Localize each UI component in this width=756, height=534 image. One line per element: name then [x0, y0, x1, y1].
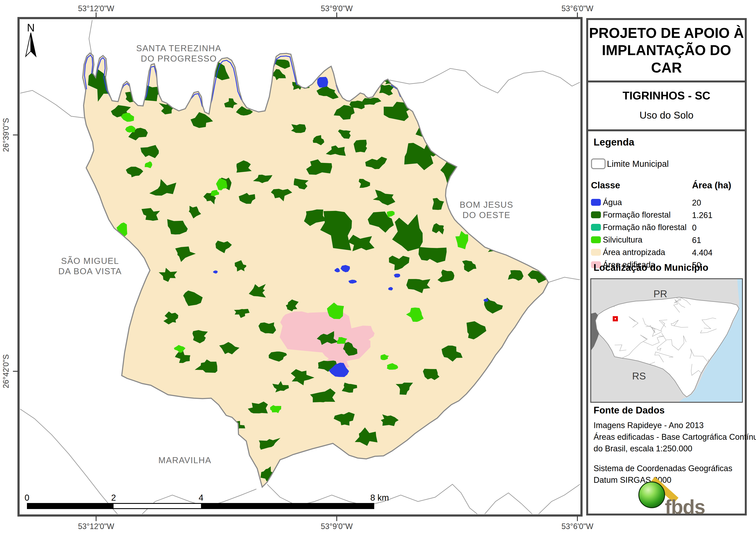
location-inset-map: PR RS: [590, 278, 743, 403]
source-line-2: Áreas edificadas - Base Cartográfica Con…: [594, 432, 756, 442]
antropizada-area: 4.404: [692, 248, 713, 257]
info-panel: PROJETO DE APOIO À IMPLANTAÇÃO DO CAR TI…: [586, 18, 747, 516]
nao-florestal-area: 0: [692, 223, 696, 233]
silvicultura-area: 61: [692, 236, 701, 245]
legend-col-area: Área (ha): [692, 180, 731, 191]
limite-municipal-swatch: [591, 158, 606, 169]
silvicultura-label: Silvicultura: [603, 235, 642, 244]
antropizada-label: Área antropizada: [603, 248, 665, 257]
florestal-swatch: [591, 211, 601, 218]
scale-4: 4: [199, 493, 203, 502]
nao-florestal-swatch: [591, 224, 601, 231]
forest-patch: [354, 140, 367, 152]
coord-top-53-9: 53°9'0"W: [321, 4, 353, 13]
map-theme-name: Uso do Solo: [639, 109, 693, 121]
inset-label-rs: RS: [632, 370, 646, 382]
legend-col-classe: Classe: [591, 180, 620, 191]
coord-bottom-53-12: 53°12'0"W: [78, 522, 114, 531]
project-title-section: PROJETO DE APOIO À IMPLANTAÇÃO DO CAR: [588, 20, 745, 81]
nao-florestal-label: Formação não florestal: [603, 223, 687, 232]
fbds-logo-text: fbds: [665, 496, 705, 518]
scale-2: 2: [111, 493, 116, 502]
fbds-logo-sphere: [638, 481, 665, 508]
location-heading: Localização do Município: [594, 262, 708, 273]
label-sao-miguel: SÃO MIGUEL: [61, 256, 119, 266]
legend-row-florestal: Formação florestal: [591, 211, 671, 218]
coord-top-53-12: 53°12'0"W: [78, 4, 114, 13]
legend-row-nao-florestal: Formação não florestal: [591, 224, 687, 231]
label-bom-jesus: BOM JESUS: [460, 200, 513, 210]
source-line-3: do Brasil, escala 1:250.000: [594, 444, 692, 453]
fbds-logo: fbds: [588, 472, 745, 514]
agua-swatch: [591, 199, 601, 206]
silvicultura-swatch: [591, 236, 601, 243]
inset-marker-dot: [615, 318, 616, 319]
label-do-progresso: DO PROGRESSO: [141, 54, 217, 63]
coord-left-26-39: 26°39'0"S: [2, 118, 10, 152]
source-line-1: Imagens Rapideye - Ano 2013: [594, 421, 704, 430]
legend-row-agua: Água: [591, 199, 622, 206]
municipality-name: TIGRINHOS - SC: [623, 89, 710, 102]
project-title-line1: PROJETO DE APOIO À: [589, 24, 744, 42]
legend-row-silvicultura: Silvicultura: [591, 236, 642, 243]
water-patch: [317, 77, 328, 88]
florestal-label: Formação florestal: [603, 210, 671, 219]
inset-label-pr: PR: [654, 288, 667, 299]
agua-label: Água: [603, 198, 622, 207]
data-source-heading: Fonte de Dados: [594, 405, 665, 416]
divider: [588, 129, 745, 131]
label-maravilha: MARAVILHA: [158, 455, 211, 465]
scale-0: 0: [25, 493, 29, 502]
label-da-boa-vista: DA BOA VISTA: [58, 267, 122, 276]
florestal-area: 1.261: [692, 211, 713, 220]
label-santa-terezinha: SANTA TEREZINHA: [136, 43, 221, 53]
source-line-4: Sistema de Coordenadas Geográficas: [594, 464, 732, 473]
agua-area: 20: [692, 198, 701, 208]
scale-8km: 8 km: [370, 493, 389, 502]
label-do-oeste: DO OESTE: [463, 210, 511, 220]
project-title-line2: IMPLANTAÇÃO DO CAR: [588, 41, 745, 76]
limite-municipal-label: Limite Municipal: [607, 159, 669, 169]
north-arrow-label: N: [27, 22, 35, 34]
legend-heading: Legenda: [594, 136, 634, 148]
legend-row-antropizada: Área antropizada: [591, 249, 665, 256]
coord-left-26-42: 26°42'0"S: [2, 354, 10, 388]
coord-bottom-53-9: 53°9'0"W: [321, 522, 353, 531]
legend-limite-municipal: Limite Municipal: [591, 159, 669, 169]
municipality-title-section: TIGRINHOS - SC Uso do Solo: [588, 83, 745, 127]
coord-top-53-6: 53°6'0"W: [561, 4, 593, 13]
antropizada-swatch: [591, 249, 601, 256]
divider: [588, 81, 745, 83]
coord-bottom-53-6: 53°6'0"W: [561, 522, 593, 531]
map-layout-canvas: SANTA TEREZINHA DO PROGRESSO BOM JESUS D…: [0, 0, 756, 534]
